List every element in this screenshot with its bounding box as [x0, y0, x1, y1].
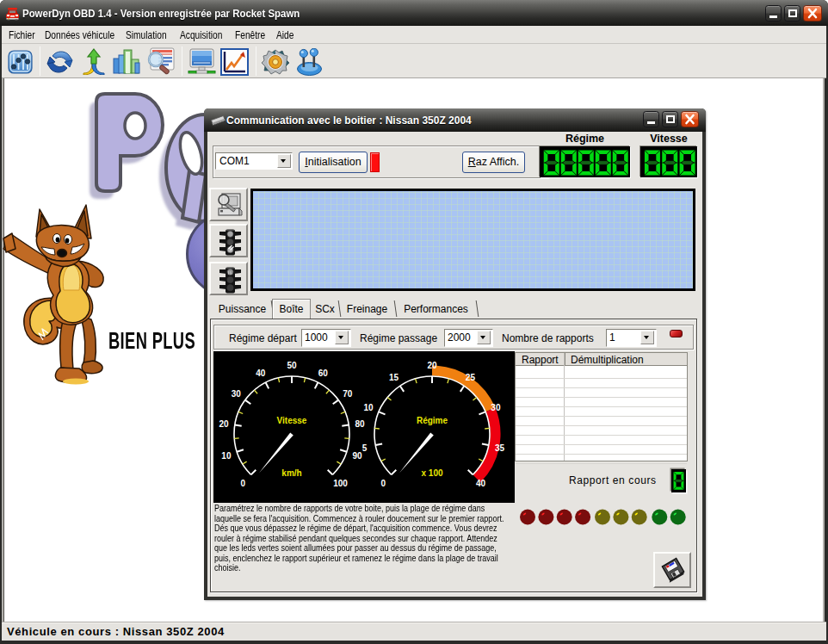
svg-text:20: 20 — [219, 419, 229, 429]
svg-text:30: 30 — [232, 389, 242, 399]
svg-text:10: 10 — [221, 451, 232, 461]
svg-text:15: 15 — [389, 373, 399, 382]
svg-text:x 100: x 100 — [421, 468, 442, 478]
svg-text:0: 0 — [381, 479, 386, 488]
svg-text:50: 50 — [287, 361, 297, 370]
svg-text:40: 40 — [256, 368, 266, 378]
svg-text:0: 0 — [241, 479, 246, 488]
svg-text:20: 20 — [427, 361, 437, 370]
svg-text:25: 25 — [466, 373, 476, 382]
svg-text:40: 40 — [476, 479, 486, 488]
svg-text:10: 10 — [364, 403, 374, 412]
svg-text:30: 30 — [491, 403, 501, 412]
svg-text:60: 60 — [318, 368, 329, 378]
svg-text:km/h: km/h — [281, 468, 301, 478]
svg-text:Vitesse: Vitesse — [277, 416, 307, 425]
svg-text:5: 5 — [362, 443, 368, 453]
svg-text:Régime: Régime — [417, 416, 448, 425]
svg-text:70: 70 — [343, 389, 353, 399]
svg-text:80: 80 — [355, 419, 365, 429]
svg-text:35: 35 — [495, 443, 505, 453]
svg-text:90: 90 — [353, 451, 363, 461]
svg-text:100: 100 — [333, 479, 348, 488]
